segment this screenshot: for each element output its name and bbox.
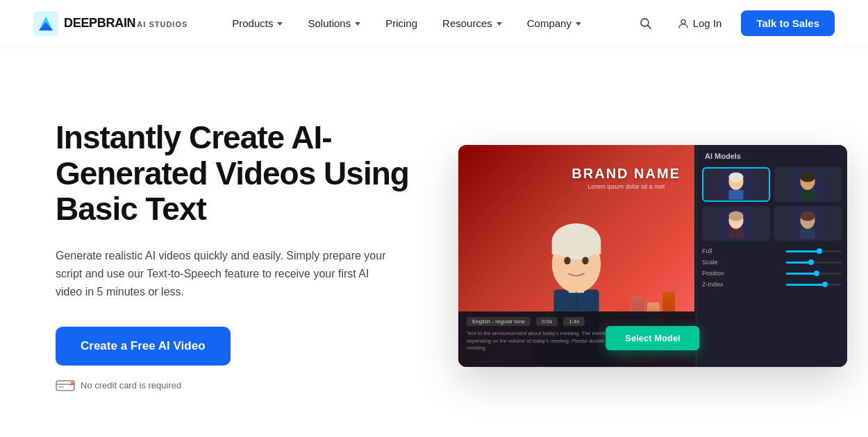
control-scale-slider[interactable] — [786, 262, 842, 264]
create-free-video-button[interactable]: Create a Free AI Video — [56, 327, 231, 366]
svg-point-18 — [582, 257, 588, 264]
nav-resources[interactable]: Resources — [431, 12, 513, 35]
model-3-icon — [721, 208, 751, 239]
control-full-slider[interactable] — [786, 250, 842, 252]
credit-card-icon — [56, 379, 75, 392]
language-pill: English - regular tone — [467, 317, 531, 326]
solutions-chevron-icon — [355, 22, 360, 26]
resources-chevron-icon — [496, 22, 502, 26]
model-2-icon — [792, 169, 823, 200]
control-scale-label: Scale — [702, 259, 718, 266]
logo-deepbrain: DEEPBRAIN — [64, 16, 135, 31]
no-credit-row: No credit card is required — [56, 379, 417, 392]
control-full-label: Full — [702, 248, 712, 255]
control-zindex-slider[interactable] — [786, 284, 842, 286]
svg-point-5 — [681, 19, 685, 24]
control-zindex-label: Z-Index — [702, 281, 724, 288]
login-button[interactable]: Log In — [667, 12, 733, 35]
hero-section: Instantly Create AI-Generated Videos Usi… — [0, 47, 868, 437]
talk-to-sales-button[interactable]: Talk to Sales — [741, 10, 835, 36]
search-button[interactable] — [633, 11, 658, 36]
nav-products[interactable]: Products — [221, 12, 294, 35]
model-thumb-2[interactable] — [774, 167, 842, 202]
model-grid — [702, 167, 842, 241]
hero-screenshot-area: BRAND NAME Lorem ipsum dolor sit a met — [458, 145, 847, 367]
model-thumb-3[interactable] — [702, 206, 770, 241]
panel-title: AI Models — [702, 151, 842, 162]
bottom-toolbar: English - regular tone 0:0s 1:4s — [467, 317, 686, 326]
logo-icon — [33, 11, 58, 36]
svg-point-17 — [564, 257, 570, 264]
no-credit-text: No credit card is required — [81, 380, 181, 391]
studio-right-panel: AI Models — [696, 145, 847, 367]
logo-ai-studios: AI STUDIOS — [137, 20, 187, 28]
control-zindex: Z-Index — [702, 281, 842, 288]
svg-point-26 — [801, 172, 815, 182]
svg-rect-16 — [552, 241, 601, 255]
svg-point-22 — [728, 172, 743, 182]
control-position-slider[interactable] — [786, 273, 842, 275]
model-thumb-1[interactable] — [702, 167, 770, 202]
time-start-pill: 0:0s — [536, 317, 558, 326]
control-position: Position — [702, 270, 842, 277]
products-chevron-icon — [277, 22, 283, 26]
svg-point-34 — [801, 211, 815, 221]
control-position-label: Position — [702, 270, 724, 277]
svg-rect-8 — [58, 386, 64, 388]
svg-rect-35 — [801, 229, 815, 239]
nav-links: Products Solutions Pricing Resources Com… — [221, 12, 633, 35]
model-4-icon — [792, 208, 823, 239]
navbar: DEEPBRAIN AI STUDIOS Products Solutions … — [0, 0, 868, 47]
time-end-pill: 1:4s — [563, 317, 585, 326]
model-1-icon — [721, 169, 751, 200]
nav-pricing[interactable]: Pricing — [374, 12, 428, 35]
svg-rect-27 — [801, 190, 815, 200]
nav-solutions[interactable]: Solutions — [297, 12, 372, 35]
logo-link[interactable]: DEEPBRAIN AI STUDIOS — [33, 11, 187, 36]
svg-point-30 — [728, 211, 743, 221]
panel-controls: Full Scale Position — [702, 248, 842, 288]
select-model-button[interactable]: Select Model — [606, 326, 699, 350]
nav-right: Log In Talk to Sales — [633, 10, 835, 36]
svg-line-4 — [647, 25, 651, 28]
svg-rect-31 — [728, 229, 743, 239]
hero-content: Instantly Create AI-Generated Videos Usi… — [56, 120, 417, 392]
svg-rect-23 — [728, 190, 743, 200]
company-chevron-icon — [576, 22, 581, 26]
nav-company[interactable]: Company — [516, 12, 592, 35]
control-scale: Scale — [702, 259, 842, 266]
studio-brand-name: BRAND NAME — [571, 166, 681, 182]
studio-screenshot: BRAND NAME Lorem ipsum dolor sit a met — [458, 145, 847, 367]
hero-heading: Instantly Create AI-Generated Videos Usi… — [56, 120, 417, 228]
control-full: Full — [702, 248, 842, 255]
user-icon — [678, 18, 689, 29]
hero-subtext: Generate realistic AI videos quickly and… — [56, 247, 389, 302]
model-thumb-4[interactable] — [774, 206, 842, 241]
search-icon — [640, 17, 652, 30]
